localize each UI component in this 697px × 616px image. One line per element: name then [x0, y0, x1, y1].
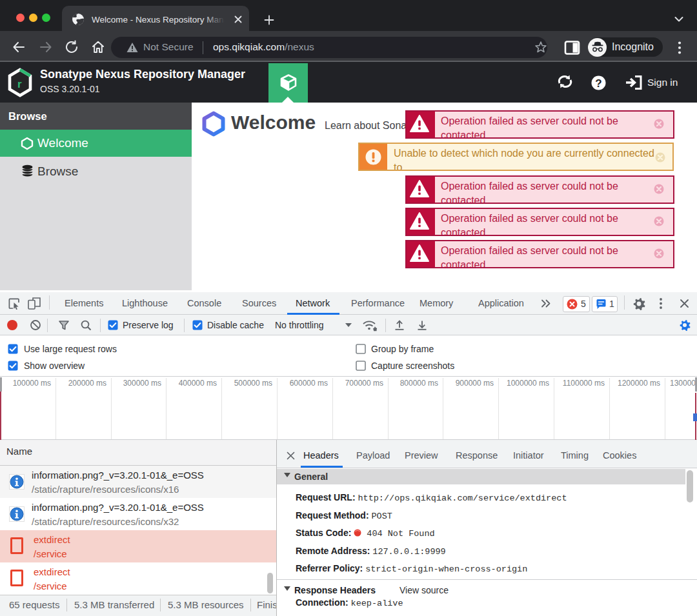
svg-text:r: r [17, 78, 22, 90]
svg-text:?: ? [595, 77, 601, 90]
